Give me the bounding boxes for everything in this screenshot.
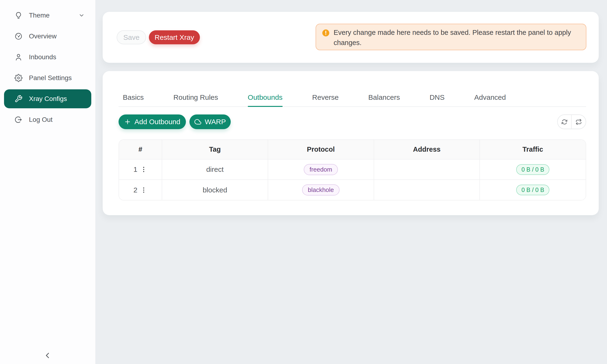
column-header-index: # — [119, 140, 162, 159]
tab-routing-rules[interactable]: Routing Rules — [173, 93, 218, 106]
logout-icon — [14, 116, 23, 124]
table-row: 2 blocked blackhole 0 B / 0 B — [119, 180, 586, 200]
add-outbound-label: Add Outbound — [134, 118, 180, 126]
user-icon — [14, 53, 23, 61]
sidebar-item-label: Overview — [29, 32, 57, 40]
tab-advanced[interactable]: Advanced — [474, 93, 506, 106]
lightbulb-icon — [14, 11, 23, 19]
sidebar-item-inbounds[interactable]: Inbounds — [4, 48, 91, 66]
alert-message: Every change made here needs to be saved… — [334, 27, 571, 48]
sidebar-item-panel-settings[interactable]: Panel Settings — [4, 68, 91, 88]
sidebar-item-log-out[interactable]: Log Out — [4, 110, 91, 129]
cloud-icon — [194, 118, 201, 125]
more-vertical-icon[interactable] — [140, 186, 147, 194]
gear-icon — [14, 74, 23, 82]
protocol-badge: freedom — [304, 164, 338, 175]
main-content: Save Restart Xray Every change made here… — [95, 0, 607, 364]
repeat-button[interactable] — [572, 115, 586, 129]
sidebar-item-label: Log Out — [29, 116, 53, 123]
chevron-left-icon — [43, 351, 52, 360]
column-header-protocol: Protocol — [268, 140, 374, 159]
protocol-badge: blackhole — [302, 184, 340, 195]
wrench-icon — [14, 95, 23, 103]
sidebar-item-overview[interactable]: Overview — [4, 27, 91, 46]
refresh-button[interactable] — [558, 115, 572, 129]
table-tools-group — [557, 115, 586, 129]
sidebar-item-label: Panel Settings — [29, 74, 72, 82]
row-index: 2 — [133, 186, 138, 194]
sidebar-collapse-button[interactable] — [40, 348, 55, 363]
sidebar-item-label: Xray Configs — [29, 95, 67, 103]
traffic-badge: 0 B / 0 B — [516, 164, 549, 175]
address-cell — [374, 159, 480, 180]
warp-button[interactable]: WARP — [189, 115, 231, 129]
sidebar-item-xray-configs[interactable]: Xray Configs — [4, 89, 91, 108]
toolbar-card: Save Restart Xray Every change made here… — [103, 12, 599, 63]
table-row: 1 direct freedom 0 B / 0 B — [119, 159, 586, 180]
exclamation-circle-icon — [322, 29, 330, 37]
tab-dns[interactable]: DNS — [430, 93, 445, 106]
sidebar-item-theme[interactable]: Theme — [4, 6, 91, 25]
column-header-tag: Tag — [162, 140, 268, 159]
address-cell — [374, 180, 480, 200]
tab-basics[interactable]: Basics — [123, 93, 144, 106]
save-button[interactable]: Save — [117, 30, 146, 44]
warp-label: WARP — [205, 118, 226, 126]
alert-message-line1: Every change made here needs to be saved… — [334, 27, 571, 38]
repeat-icon — [575, 119, 582, 125]
gauge-icon — [14, 32, 23, 40]
outbounds-actions-row: Add Outbound WARP — [119, 115, 586, 129]
tab-outbounds[interactable]: Outbounds — [248, 93, 283, 106]
restart-warning-alert: Every change made here needs to be saved… — [316, 24, 586, 50]
row-index: 1 — [133, 165, 138, 173]
plus-icon — [124, 118, 131, 125]
tab-reverse[interactable]: Reverse — [312, 93, 339, 106]
sidebar-item-label: Inbounds — [29, 53, 56, 61]
column-header-traffic: Traffic — [480, 140, 586, 159]
xray-config-card: Basics Routing Rules Outbounds Reverse B… — [103, 71, 599, 215]
outbounds-table: # Tag Protocol Address Traffic 1 — [119, 139, 586, 200]
tag-cell: blocked — [162, 180, 268, 200]
add-outbound-button[interactable]: Add Outbound — [119, 115, 186, 129]
tab-balancers[interactable]: Balancers — [368, 93, 400, 106]
tag-cell: direct — [162, 159, 268, 180]
xray-panel-screen: Theme Overview Inbounds Panel Settings X… — [0, 0, 607, 364]
xray-config-tabs: Basics Routing Rules Outbounds Reverse B… — [119, 71, 586, 107]
column-header-address: Address — [374, 140, 480, 159]
refresh-icon — [561, 119, 568, 125]
alert-message-line2: changes. — [334, 38, 571, 48]
restart-xray-button[interactable]: Restart Xray — [149, 30, 200, 44]
table-header-row: # Tag Protocol Address Traffic — [119, 140, 586, 159]
more-vertical-icon[interactable] — [140, 166, 147, 173]
sidebar-item-label: Theme — [29, 12, 50, 19]
chevron-down-icon — [79, 12, 85, 18]
traffic-badge: 0 B / 0 B — [516, 185, 549, 195]
sidebar: Theme Overview Inbounds Panel Settings X… — [0, 0, 95, 364]
